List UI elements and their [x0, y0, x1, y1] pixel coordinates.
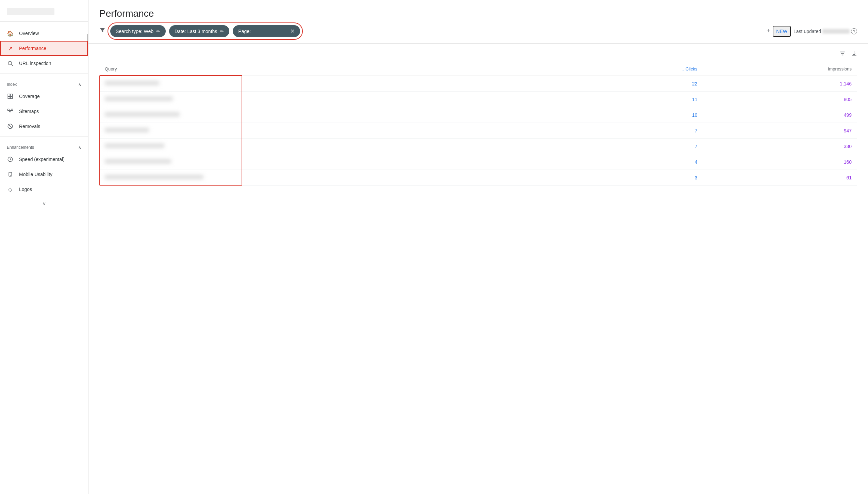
- clicks-cell: 22: [586, 76, 703, 92]
- nav-divider-2: [0, 137, 88, 137]
- sidebar-item-removals-label: Removals: [19, 124, 40, 129]
- enhancements-section-label: Enhancements: [7, 145, 34, 150]
- search-type-chip[interactable]: Search type: Web ✏: [110, 25, 166, 37]
- sidebar-item-performance-label: Performance: [19, 46, 46, 51]
- sidebar-item-url-inspection-label: URL inspection: [19, 61, 51, 66]
- edit-icon-date[interactable]: ✏: [220, 29, 224, 34]
- index-section-header[interactable]: Index ∧: [0, 77, 88, 89]
- clicks-cell: 11: [586, 92, 703, 107]
- impressions-cell: 160: [703, 154, 857, 170]
- sidebar-item-overview-label: Overview: [19, 31, 39, 36]
- clicks-column-header[interactable]: ↓ Clicks: [586, 62, 703, 76]
- sidebar-item-coverage[interactable]: Coverage: [0, 89, 88, 104]
- clicks-value: 22: [692, 81, 698, 86]
- table-row: 4 160: [99, 154, 857, 170]
- query-cell: [99, 92, 586, 107]
- query-cell: [99, 76, 586, 92]
- svg-point-0: [8, 61, 12, 65]
- impressions-value: 499: [844, 112, 852, 118]
- impressions-cell: 499: [703, 107, 857, 123]
- clicks-cell: 3: [586, 170, 703, 186]
- clicks-cell: 4: [586, 154, 703, 170]
- query-value-blurred: [105, 81, 159, 85]
- svg-rect-8: [11, 109, 13, 111]
- svg-line-1: [11, 64, 13, 66]
- filter-actions: + NEW Last updated ?: [767, 26, 857, 37]
- sidebar-item-sitemaps-label: Sitemaps: [19, 109, 39, 114]
- sidebar-item-url-inspection[interactable]: URL inspection: [0, 56, 88, 71]
- table-row: 22 1,146: [99, 76, 857, 92]
- table-row: 7 947: [99, 123, 857, 139]
- impressions-cell: 330: [703, 139, 857, 154]
- impressions-cell: 805: [703, 92, 857, 107]
- clicks-value: 10: [692, 112, 698, 118]
- index-section-label: Index: [7, 82, 17, 87]
- more-icon: ∨: [43, 201, 46, 206]
- query-cell: [99, 170, 586, 186]
- help-icon[interactable]: ?: [851, 28, 857, 34]
- clicks-cell: 7: [586, 139, 703, 154]
- sidebar-item-coverage-label: Coverage: [19, 94, 40, 99]
- query-column-header[interactable]: Query: [99, 62, 586, 76]
- page-chip-input[interactable]: [253, 29, 288, 34]
- query-value-blurred: [105, 128, 149, 132]
- impressions-cell: 61: [703, 170, 857, 186]
- sidebar-item-overview[interactable]: 🏠 Overview: [0, 26, 88, 41]
- date-chip-label: Date: Last 3 months: [175, 29, 217, 34]
- enhancements-chevron-icon: ∧: [78, 145, 81, 150]
- sidebar-item-speed-label: Speed (experimental): [19, 157, 65, 162]
- impressions-value: 160: [844, 159, 852, 165]
- filter-rows-icon[interactable]: [839, 50, 846, 58]
- performance-icon: ↗: [7, 45, 14, 52]
- impressions-cell: 1,146: [703, 76, 857, 92]
- clicks-value: 3: [695, 175, 698, 180]
- impressions-cell: 947: [703, 123, 857, 139]
- new-button[interactable]: NEW: [773, 26, 791, 37]
- clicks-cell: 7: [586, 123, 703, 139]
- svg-rect-6: [8, 109, 10, 111]
- clicks-cell: 10: [586, 107, 703, 123]
- new-button-label: NEW: [776, 29, 787, 34]
- download-icon[interactable]: [851, 50, 857, 58]
- home-icon: 🏠: [7, 30, 14, 37]
- svg-rect-3: [11, 94, 13, 96]
- impressions-value: 947: [844, 128, 852, 133]
- last-updated-label: Last updated: [793, 29, 821, 34]
- search-type-chip-label: Search type: Web: [116, 29, 153, 34]
- sidebar-item-performance[interactable]: ↗ Performance: [0, 41, 88, 56]
- sidebar-item-mobile-usability[interactable]: Mobile Usability: [0, 167, 88, 182]
- plus-icon[interactable]: +: [767, 28, 770, 35]
- filter-bar: Search type: Web ✏ Date: Last 3 months ✏…: [99, 25, 857, 38]
- data-table-container: Query ↓ Clicks Impressions: [99, 62, 857, 186]
- impressions-column-header[interactable]: Impressions: [703, 62, 857, 76]
- sidebar-item-logos-label: Logos: [19, 187, 32, 192]
- query-value-blurred: [105, 143, 164, 148]
- page-chip-label: Page:: [238, 29, 251, 34]
- query-header-label: Query: [105, 66, 117, 71]
- page-title: Performance: [99, 8, 857, 19]
- sidebar-item-removals[interactable]: Removals: [0, 119, 88, 134]
- page-chip[interactable]: Page: ✕: [233, 25, 300, 37]
- sidebar-item-mobile-usability-label: Mobile Usability: [19, 172, 52, 177]
- sidebar-navigation: 🏠 Overview ↗ Performance URL inspection …: [0, 22, 88, 214]
- sidebar-item-more[interactable]: ∨: [0, 197, 88, 210]
- edit-icon[interactable]: ✏: [156, 29, 160, 34]
- enhancements-section-header[interactable]: Enhancements ∧: [0, 140, 88, 152]
- svg-rect-5: [11, 97, 13, 99]
- page-chip-close-icon[interactable]: ✕: [290, 28, 295, 34]
- filter-funnel-icon[interactable]: [99, 27, 105, 35]
- sidebar-item-speed[interactable]: Speed (experimental): [0, 152, 88, 167]
- sidebar-logo: [0, 0, 88, 22]
- impressions-value: 61: [846, 175, 852, 180]
- table-toolbar: [99, 49, 857, 60]
- mobile-icon: [7, 171, 14, 178]
- table-row: 7 330: [99, 139, 857, 154]
- date-chip[interactable]: Date: Last 3 months ✏: [169, 25, 229, 37]
- svg-line-12: [8, 124, 12, 128]
- coverage-icon: [7, 93, 14, 100]
- sidebar-item-sitemaps[interactable]: Sitemaps: [0, 104, 88, 119]
- svg-rect-2: [8, 94, 10, 96]
- sidebar-item-logos[interactable]: ◇ Logos: [0, 182, 88, 197]
- speed-icon: [7, 156, 14, 163]
- filter-chips-container: Search type: Web ✏ Date: Last 3 months ✏…: [110, 25, 301, 38]
